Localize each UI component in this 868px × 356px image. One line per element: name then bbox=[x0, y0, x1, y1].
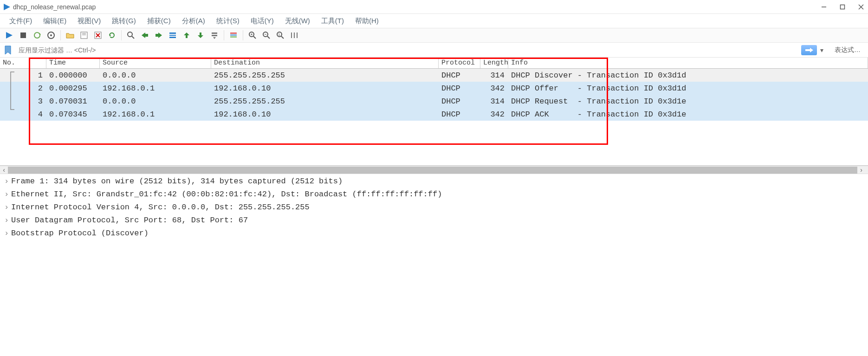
menu-help[interactable]: 帮助(H) bbox=[350, 15, 383, 27]
scroll-thumb[interactable] bbox=[8, 167, 857, 174]
svg-point-17 bbox=[128, 32, 132, 37]
find-packet-icon[interactable] bbox=[124, 29, 137, 41]
menu-go[interactable]: 跳转(G) bbox=[107, 15, 141, 27]
minimize-button[interactable] bbox=[821, 4, 827, 10]
packet-list-body[interactable]: 10.0000000.0.0.0255.255.255.255DHCP314DH… bbox=[0, 69, 868, 121]
packet-row[interactable]: 40.070345192.168.0.1192.168.0.10DHCP342D… bbox=[0, 108, 868, 121]
cell-dst: 192.168.0.10 bbox=[211, 84, 439, 93]
tree-item[interactable]: ›Ethernet II, Src: Grandstr_01:fc:42 (00… bbox=[2, 190, 866, 203]
packet-row[interactable]: 10.0000000.0.0.0255.255.255.255DHCP314DH… bbox=[0, 69, 868, 82]
svg-text:1: 1 bbox=[278, 32, 280, 37]
display-filter-input[interactable] bbox=[15, 44, 801, 56]
go-last-icon[interactable] bbox=[194, 29, 207, 41]
svg-rect-20 bbox=[145, 34, 148, 37]
svg-point-9 bbox=[50, 34, 52, 36]
close-button[interactable] bbox=[858, 4, 864, 10]
svg-rect-27 bbox=[186, 35, 188, 38]
cell-info: DHCP ACK - Transaction ID 0x3d1e bbox=[508, 110, 868, 119]
cell-dst: 255.255.255.255 bbox=[211, 71, 439, 80]
menu-edit[interactable]: 编辑(E) bbox=[39, 15, 71, 27]
svg-line-18 bbox=[132, 36, 134, 39]
svg-line-44 bbox=[281, 36, 284, 39]
tree-item[interactable]: ›User Datagram Protocol, Src Port: 68, D… bbox=[2, 216, 866, 229]
svg-rect-34 bbox=[230, 34, 237, 36]
tree-item-label: User Datagram Protocol, Src Port: 68, Ds… bbox=[11, 216, 248, 225]
packet-row[interactable]: 20.000295192.168.0.1192.168.0.10DHCP342D… bbox=[0, 82, 868, 95]
svg-marker-26 bbox=[184, 32, 189, 35]
expression-button[interactable]: 表达式… bbox=[830, 46, 865, 54]
menu-tools[interactable]: 工具(T) bbox=[317, 15, 349, 27]
col-header-no[interactable]: No. bbox=[0, 58, 46, 68]
window-controls bbox=[821, 4, 864, 10]
bookmark-icon[interactable] bbox=[3, 45, 13, 55]
svg-marker-29 bbox=[198, 35, 203, 38]
colorize-icon[interactable] bbox=[227, 29, 240, 41]
filter-dropdown-icon[interactable]: ▾ bbox=[818, 45, 825, 55]
cell-info: DHCP Discover - Transaction ID 0x3d1d bbox=[508, 71, 868, 80]
expand-caret-icon[interactable]: › bbox=[2, 177, 11, 186]
scroll-left-icon[interactable]: ‹ bbox=[0, 166, 8, 174]
cell-dst: 255.255.255.255 bbox=[211, 97, 439, 106]
go-forward-icon[interactable] bbox=[152, 29, 165, 41]
stop-capture-icon[interactable] bbox=[17, 29, 30, 41]
svg-rect-1 bbox=[841, 5, 845, 9]
expand-caret-icon[interactable]: › bbox=[2, 229, 11, 238]
cell-src: 192.168.0.1 bbox=[100, 110, 211, 119]
menu-analyze[interactable]: 分析(A) bbox=[177, 15, 210, 27]
save-file-icon[interactable] bbox=[78, 29, 91, 41]
go-to-packet-icon[interactable] bbox=[166, 29, 179, 41]
autoscroll-icon[interactable] bbox=[208, 29, 221, 41]
fin-icon[interactable] bbox=[3, 29, 16, 41]
expand-caret-icon[interactable]: › bbox=[2, 190, 11, 199]
col-header-info[interactable]: Info bbox=[508, 58, 868, 68]
col-header-dest[interactable]: Destination bbox=[211, 58, 439, 68]
zoom-reset-icon[interactable]: 1 bbox=[274, 29, 287, 41]
zoom-in-icon[interactable] bbox=[246, 29, 259, 41]
svg-rect-5 bbox=[20, 32, 26, 38]
col-header-source[interactable]: Source bbox=[100, 58, 211, 68]
svg-marker-19 bbox=[142, 32, 145, 38]
tree-item[interactable]: ›Internet Protocol Version 4, Src: 0.0.0… bbox=[2, 203, 866, 216]
close-file-icon[interactable] bbox=[91, 29, 104, 41]
col-header-proto[interactable]: Protocol bbox=[439, 58, 480, 68]
packet-details-pane[interactable]: ›Frame 1: 314 bytes on wire (2512 bits),… bbox=[0, 174, 868, 245]
expand-caret-icon[interactable]: › bbox=[2, 203, 11, 212]
go-first-icon[interactable] bbox=[180, 29, 193, 41]
packet-list-header: No. Time Source Destination Protocol Len… bbox=[0, 58, 868, 69]
cell-len: 314 bbox=[480, 97, 508, 106]
tree-item[interactable]: ›Frame 1: 314 bytes on wire (2512 bits),… bbox=[2, 177, 866, 190]
col-header-len[interactable]: Length bbox=[480, 58, 508, 68]
menu-capture[interactable]: 捕获(C) bbox=[143, 15, 175, 27]
cell-len: 342 bbox=[480, 84, 508, 93]
scroll-right-icon[interactable]: › bbox=[857, 166, 865, 174]
menu-telephony[interactable]: 电话(Y) bbox=[246, 15, 279, 27]
menu-stats[interactable]: 统计(S) bbox=[212, 15, 244, 27]
toolbar-separator bbox=[121, 30, 122, 40]
svg-marker-4 bbox=[6, 32, 13, 39]
menu-file[interactable]: 文件(F) bbox=[5, 15, 37, 27]
open-file-icon[interactable] bbox=[64, 29, 77, 41]
expand-caret-icon[interactable]: › bbox=[2, 216, 11, 225]
col-header-time[interactable]: Time bbox=[46, 58, 100, 68]
svg-point-6 bbox=[34, 32, 40, 38]
apply-filter-button[interactable] bbox=[801, 45, 817, 55]
cell-no: 4 bbox=[0, 110, 46, 119]
reload-icon[interactable] bbox=[105, 29, 118, 41]
go-back-icon[interactable] bbox=[138, 29, 151, 41]
cell-no: 3 bbox=[0, 97, 46, 106]
packet-row[interactable]: 30.0700310.0.0.0255.255.255.255DHCP314DH… bbox=[0, 95, 868, 108]
window-title: dhcp_nolease_renewal.pcap bbox=[13, 3, 821, 11]
menu-wireless[interactable]: 无线(W) bbox=[280, 15, 315, 27]
menu-view[interactable]: 视图(V) bbox=[73, 15, 105, 27]
maximize-button[interactable] bbox=[839, 4, 846, 10]
tree-item[interactable]: ›Bootstrap Protocol (Discover) bbox=[2, 229, 866, 242]
restart-capture-icon[interactable] bbox=[31, 29, 44, 41]
zoom-out-icon[interactable] bbox=[260, 29, 273, 41]
related-packet-marker bbox=[8, 71, 16, 112]
packet-list-hscroll[interactable]: ‹ › bbox=[0, 166, 868, 174]
resize-columns-icon[interactable] bbox=[288, 29, 301, 41]
capture-options-icon[interactable] bbox=[45, 29, 58, 41]
cell-no: 2 bbox=[0, 84, 46, 93]
title-bar: dhcp_nolease_renewal.pcap bbox=[0, 0, 868, 14]
svg-line-41 bbox=[267, 36, 270, 39]
